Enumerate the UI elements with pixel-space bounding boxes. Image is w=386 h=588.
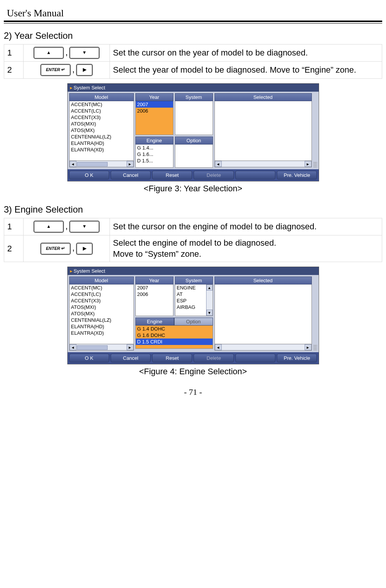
- cancel-button[interactable]: Cancel: [111, 354, 151, 362]
- model-hscroll[interactable]: ◄ ►: [69, 344, 134, 351]
- model-header: Model: [69, 93, 134, 101]
- list-item[interactable]: ATOS(MX): [70, 127, 133, 133]
- cancel-button[interactable]: Cancel: [111, 171, 151, 180]
- list-item[interactable]: ACCENT(LC): [70, 291, 133, 297]
- table-row: 1 , Set the cursor on the engine of mode…: [4, 218, 382, 235]
- scroll-down-icon[interactable]: ▼: [207, 310, 213, 316]
- list-item[interactable]: ATOS(MXI): [70, 304, 133, 310]
- list-item[interactable]: D 1.5 CRDI: [136, 338, 213, 345]
- down-key-icon: [69, 47, 100, 59]
- ok-button[interactable]: O K: [69, 354, 109, 362]
- reset-button[interactable]: Reset: [152, 171, 192, 180]
- step-keys: ENTER,: [24, 235, 110, 262]
- engine-list[interactable]: G 1.4 DOHC G 1.6 DOHC D 1.5 CRDI: [135, 326, 213, 349]
- list-item[interactable]: ACCENT(LC): [70, 108, 133, 114]
- pre-vehicle-button[interactable]: Pre. Vehicle: [277, 171, 317, 180]
- selected-list[interactable]: [214, 101, 312, 161]
- window-title: System Select: [74, 268, 105, 274]
- scroll-left-icon[interactable]: ◄: [215, 344, 222, 350]
- year-panel: Year 2007 2006: [135, 277, 173, 316]
- window-title: System Select: [74, 85, 105, 91]
- model-hscroll[interactable]: ◄ ►: [69, 161, 134, 167]
- delete-button[interactable]: Delete: [194, 171, 234, 180]
- step-num: 2: [4, 235, 24, 262]
- down-key-icon: [69, 221, 100, 233]
- selected-hscroll[interactable]: ◄ ►: [214, 161, 312, 167]
- section-year-title: 2) Year Selection: [4, 30, 382, 41]
- scroll-right-icon[interactable]: ►: [127, 344, 133, 350]
- selected-list[interactable]: [214, 284, 312, 344]
- button-bar: O K Cancel Reset Delete Pre. Vehicle: [68, 169, 319, 181]
- scroll-up-icon[interactable]: ▲: [207, 284, 213, 291]
- titlebar-arrow-icon: ▸: [70, 268, 73, 274]
- engine-panel: Engine Option G 1.4 DOHC G 1.6 DOHC D 1.…: [135, 318, 213, 349]
- empty-button: [235, 354, 275, 362]
- scroll-right-icon[interactable]: ►: [305, 344, 311, 350]
- figure-3-screenshot: ▸System Select Model ACCENT(MC) ACCENT(L…: [67, 83, 319, 181]
- enter-key-icon: ENTER: [40, 243, 71, 255]
- year-header: Year: [135, 277, 173, 284]
- table-row: 2 ENTER, Select the year of model to be …: [4, 62, 382, 79]
- engine-list[interactable]: G 1.4... G 1.6... D 1.5...: [135, 145, 173, 168]
- selected-panel: Selected ◄ ►: [214, 277, 312, 351]
- list-item[interactable]: G 1.4 DOHC: [136, 326, 213, 332]
- list-item[interactable]: ACCENT(X3): [70, 297, 133, 304]
- reset-button[interactable]: Reset: [152, 354, 192, 362]
- list-item[interactable]: G 1.6...: [136, 151, 173, 157]
- figure-4-caption: <Figure 4: Engine Selection>: [4, 367, 382, 377]
- option-list[interactable]: [175, 145, 213, 168]
- selected-hscroll[interactable]: ◄ ►: [214, 344, 312, 351]
- titlebar-arrow-icon: ▸: [70, 85, 73, 91]
- option-header: Option: [174, 318, 213, 326]
- list-item[interactable]: CENTENNIAL(LZ): [70, 133, 133, 140]
- scroll-left-icon[interactable]: ◄: [70, 161, 76, 167]
- year-panel: Year 2007 2006: [135, 93, 173, 135]
- table-row: 1 , Set the cursor on the year of model …: [4, 44, 382, 62]
- ok-button[interactable]: O K: [69, 171, 109, 180]
- list-item[interactable]: G 1.4...: [136, 145, 173, 151]
- model-panel: Model ACCENT(MC) ACCENT(LC) ACCENT(X3) A…: [69, 277, 134, 351]
- scroll-right-icon[interactable]: ►: [305, 161, 311, 167]
- year-list[interactable]: 2007 2006: [135, 101, 173, 135]
- right-key-icon: [76, 243, 93, 255]
- scroll-left-icon[interactable]: ◄: [215, 161, 222, 167]
- system-header: System: [175, 93, 213, 101]
- selected-panel: Selected ◄ ►: [214, 93, 312, 168]
- list-item[interactable]: ACCENT(MC): [70, 284, 133, 291]
- list-item[interactable]: ELANTRA(HD): [70, 323, 133, 330]
- page-number: - 71 -: [4, 387, 382, 397]
- scroll-right-icon[interactable]: ►: [127, 161, 133, 167]
- delete-button[interactable]: Delete: [194, 354, 234, 362]
- model-list[interactable]: ACCENT(MC) ACCENT(LC) ACCENT(X3) ATOS(MX…: [69, 101, 134, 161]
- engine-header: Engine: [135, 318, 174, 326]
- year-list[interactable]: 2007 2006: [135, 284, 173, 316]
- list-item[interactable]: ELANTRA(HD): [70, 140, 133, 146]
- engine-panel: Engine G 1.4... G 1.6... D 1.5...: [135, 137, 173, 168]
- window-titlebar: ▸System Select: [68, 267, 319, 275]
- step-num: 1: [4, 218, 24, 235]
- button-bar: O K Cancel Reset Delete Pre. Vehicle: [68, 352, 319, 364]
- header-rule: [4, 21, 382, 24]
- list-item[interactable]: ELANTRA(XD): [70, 146, 133, 153]
- list-item[interactable]: ACCENT(MC): [70, 101, 133, 108]
- list-item[interactable]: 2007: [136, 101, 173, 108]
- pre-vehicle-button[interactable]: Pre. Vehicle: [277, 354, 317, 362]
- model-list[interactable]: ACCENT(MC) ACCENT(LC) ACCENT(X3) ATOS(MX…: [69, 284, 134, 344]
- list-item[interactable]: 2006: [136, 291, 173, 297]
- selected-header: Selected: [214, 93, 312, 101]
- system-vscroll[interactable]: ▲ ▼: [206, 284, 213, 316]
- list-item[interactable]: 2006: [136, 108, 173, 114]
- header-title: User's Manual: [7, 8, 382, 19]
- scroll-left-icon[interactable]: ◄: [70, 344, 76, 350]
- system-list[interactable]: ENGINE AT ESP AIRBAG ▲ ▼: [175, 284, 213, 316]
- list-item[interactable]: ATOS(MX): [70, 310, 133, 317]
- list-item[interactable]: ACCENT(X3): [70, 114, 133, 121]
- list-item[interactable]: D 1.5...: [136, 157, 173, 164]
- list-item[interactable]: ELANTRA(XD): [70, 330, 133, 336]
- list-item[interactable]: ATOS(MXI): [70, 121, 133, 127]
- list-item[interactable]: G 1.6 DOHC: [136, 332, 213, 338]
- list-item[interactable]: CENTENNIAL(LZ): [70, 317, 133, 323]
- step-num: 1: [4, 44, 24, 62]
- system-list[interactable]: [175, 101, 213, 135]
- list-item[interactable]: 2007: [136, 284, 173, 291]
